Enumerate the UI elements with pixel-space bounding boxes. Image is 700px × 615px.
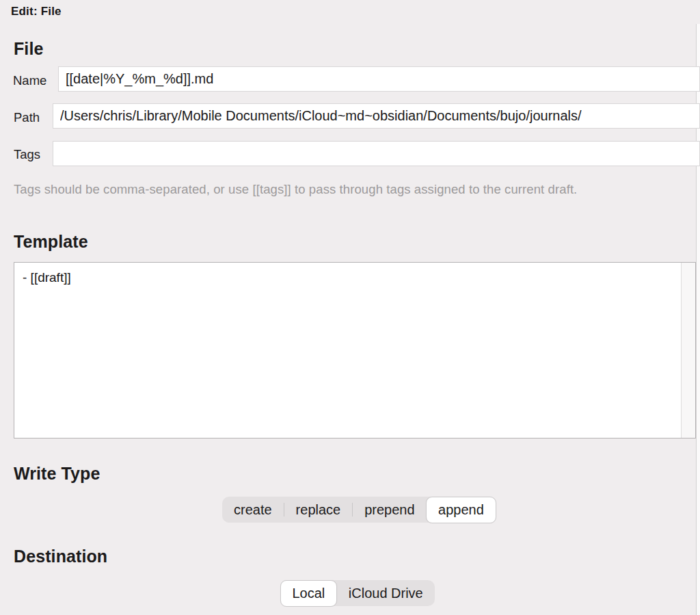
destination-option-icloud-drive[interactable]: iCloud Drive xyxy=(337,580,435,606)
file-section-heading: File xyxy=(14,39,43,59)
write-type-option-append[interactable]: append xyxy=(426,497,496,523)
write-type-section-heading: Write Type xyxy=(14,464,100,484)
destination-segmented-control: Local iCloud Drive xyxy=(280,580,435,606)
write-type-option-replace[interactable]: replace xyxy=(284,497,353,523)
tags-field-label: Tags xyxy=(14,147,40,162)
write-type-option-create[interactable]: create xyxy=(222,497,284,523)
write-type-segmented-control: create replace prepend append xyxy=(222,497,496,523)
template-editor-scrollbar[interactable] xyxy=(681,263,695,438)
path-input[interactable] xyxy=(53,103,700,129)
template-section-heading: Template xyxy=(14,232,88,252)
window-title: Edit: File xyxy=(11,5,62,18)
name-field-label: Name xyxy=(13,73,46,88)
tags-help-text: Tags should be comma-separated, or use [… xyxy=(14,182,687,197)
destination-section-heading: Destination xyxy=(14,547,107,566)
destination-option-local[interactable]: Local xyxy=(280,580,338,607)
tags-input[interactable] xyxy=(53,141,700,166)
write-type-option-prepend[interactable]: prepend xyxy=(353,497,426,523)
action-step-editor: Edit: File File Name Path Tags Tags shou… xyxy=(0,0,700,615)
template-editor-container: - [[draft]] xyxy=(14,262,696,439)
name-input[interactable] xyxy=(58,66,700,92)
path-field-label: Path xyxy=(14,110,40,125)
template-editor[interactable]: - [[draft]] xyxy=(14,263,681,438)
